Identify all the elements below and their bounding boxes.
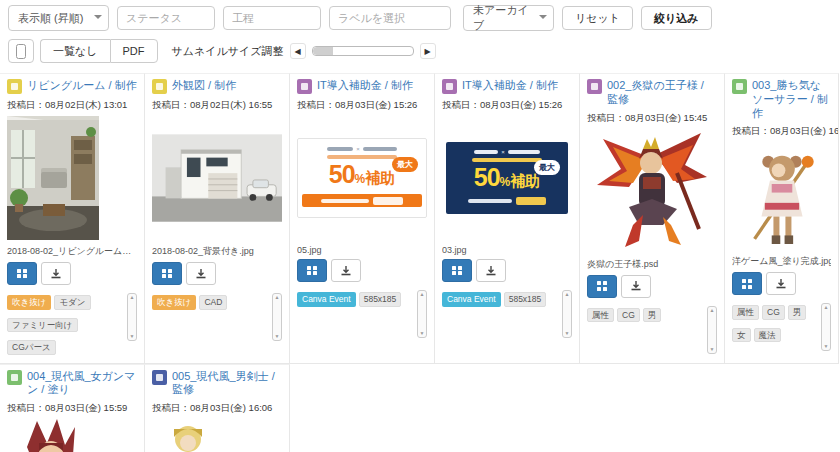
list-toggle-button[interactable]: 一覧なし [40, 39, 110, 63]
checkbox-inner [736, 83, 743, 90]
scroll-down-icon[interactable]: ▼ [130, 333, 135, 340]
tag[interactable]: CG [762, 305, 785, 320]
tag[interactable]: 吹き抜け [7, 295, 51, 310]
card-checkbox[interactable] [7, 79, 22, 94]
download-button[interactable] [331, 259, 361, 282]
asset-card-banner-light: IT導入補助金 / 制作 投稿日：08月03日(金) 15:26 × 50%補助… [290, 73, 435, 364]
label-select-input[interactable] [329, 6, 451, 30]
tags-scrollbar[interactable]: ▲▼ [707, 306, 717, 354]
card-thumbnail[interactable] [152, 417, 282, 452]
checkbox-inner [591, 83, 598, 90]
scroll-up-icon[interactable]: ▲ [710, 307, 715, 314]
archive-filter-select[interactable]: 未アーカイブ [463, 5, 554, 31]
card-checkbox[interactable] [732, 79, 747, 94]
download-button[interactable] [41, 262, 71, 285]
checkbox-inner [301, 83, 308, 90]
download-button[interactable] [766, 272, 796, 295]
download-button[interactable] [476, 259, 506, 282]
card-title-link[interactable]: 004_現代風_女ガンマン / 塗り [27, 370, 137, 398]
grid-view-button[interactable] [732, 272, 762, 295]
checkbox-inner [11, 374, 18, 381]
card-filename: 2018-08-02_背景付き.jpg [152, 245, 282, 258]
card-thumbnail[interactable] [587, 127, 717, 255]
download-button[interactable] [186, 262, 216, 285]
tag[interactable]: 属性 [587, 308, 614, 323]
tag[interactable]: 属性 [732, 305, 759, 320]
card-thumbnail[interactable] [7, 417, 137, 452]
tag[interactable]: CGパース [7, 340, 56, 355]
asset-card-exterior: 外観図 / 制作 投稿日：08月02日(木) 16:55 [145, 73, 290, 364]
tag[interactable]: CG [617, 308, 640, 323]
tag[interactable]: 男 [788, 305, 807, 320]
grid-view-button[interactable] [152, 262, 182, 285]
tag[interactable]: 585x185 [504, 292, 547, 307]
tag[interactable]: CAD [199, 295, 227, 310]
card-checkbox[interactable] [587, 79, 602, 94]
filter-toolbar: 表示順 (昇順) 未アーカイブ リセット 絞り込み [0, 0, 840, 31]
card-title-link[interactable]: IT導入補助金 / 制作 [462, 79, 558, 93]
scroll-down-icon[interactable]: ▼ [565, 330, 570, 337]
download-button[interactable] [621, 275, 651, 298]
card-title-link[interactable]: リビングルーム / 制作 [27, 79, 137, 93]
card-checkbox[interactable] [152, 370, 167, 385]
grid-view-button[interactable] [442, 259, 472, 282]
card-title-link[interactable]: 005_現代風_男剣士 / 監修 [172, 370, 282, 398]
scroll-up-icon[interactable]: ▲ [275, 294, 280, 301]
scroll-up-icon[interactable]: ▲ [824, 304, 829, 311]
card-thumbnail[interactable]: × 50%補助 最大 [297, 114, 427, 242]
sort-order-select[interactable]: 表示順 (昇順) [8, 5, 109, 31]
tag[interactable]: Canva Event [442, 292, 501, 307]
tag[interactable]: ファミリー向け [7, 318, 78, 333]
card-title-link[interactable]: 003_勝ち気なソーサラー / 制作 [752, 79, 831, 120]
slider-decrease-button[interactable]: ◀ [290, 43, 306, 59]
card-checkbox[interactable] [442, 79, 457, 94]
scroll-up-icon[interactable]: ▲ [130, 294, 135, 301]
scroll-up-icon[interactable]: ▲ [565, 291, 570, 298]
card-checkbox[interactable] [152, 79, 167, 94]
gunwoman-illustration [7, 417, 93, 452]
download-icon [485, 265, 497, 277]
process-input[interactable] [223, 6, 321, 30]
tags-scrollbar[interactable]: ▲▼ [821, 303, 831, 351]
grid-view-button[interactable] [7, 262, 37, 285]
mobile-view-button[interactable] [8, 39, 34, 63]
tags-scrollbar[interactable]: ▲▼ [272, 293, 282, 341]
tag[interactable]: 男 [643, 308, 662, 323]
banner-logo-bar [363, 147, 397, 151]
grid-view-button[interactable] [297, 259, 327, 282]
tag[interactable]: 魔法 [754, 328, 781, 343]
card-checkbox[interactable] [297, 79, 312, 94]
tag[interactable]: Canva Event [297, 292, 356, 307]
card-title-link[interactable]: IT導入補助金 / 制作 [317, 79, 413, 93]
card-checkbox[interactable] [7, 370, 22, 385]
asset-card-gunwoman: 004_現代風_女ガンマン / 塗り 投稿日：08月03日(金) 15:59 [0, 364, 145, 452]
tags-scrollbar[interactable]: ▲▼ [562, 290, 572, 338]
slider-increase-button[interactable]: ▶ [420, 43, 436, 59]
scroll-up-icon[interactable]: ▲ [420, 291, 425, 298]
tag[interactable]: 585x185 [359, 292, 402, 307]
tags-scrollbar[interactable]: ▲▼ [127, 293, 137, 341]
grid-view-button[interactable] [587, 275, 617, 298]
thumbnail-size-slider[interactable] [312, 46, 414, 56]
tags-scrollbar[interactable]: ▲▼ [417, 290, 427, 338]
scroll-down-icon[interactable]: ▼ [420, 330, 425, 337]
reset-button[interactable]: リセット [562, 6, 633, 30]
tag[interactable]: モダン [54, 295, 90, 310]
checkbox-inner [446, 83, 453, 90]
scroll-down-icon[interactable]: ▼ [710, 346, 715, 353]
tag[interactable]: 女 [732, 328, 751, 343]
scroll-down-icon[interactable]: ▼ [275, 333, 280, 340]
card-thumbnail[interactable] [152, 114, 282, 242]
filter-button[interactable]: 絞り込み [641, 6, 712, 30]
status-input[interactable] [117, 6, 215, 30]
card-thumbnail[interactable] [7, 114, 137, 242]
card-title-link[interactable]: 外観図 / 制作 [172, 79, 236, 93]
asset-card-grid: リビングルーム / 制作 投稿日：08月02日(木) 13:01 [0, 73, 840, 452]
card-thumbnail[interactable]: × 50%補助 最大 [442, 114, 572, 242]
card-thumbnail[interactable] [732, 140, 831, 252]
card-title-link[interactable]: 002_炎獄の王子様 / 監修 [607, 79, 717, 107]
slider-handle[interactable] [313, 47, 333, 55]
pdf-button[interactable]: PDF [110, 39, 158, 63]
scroll-down-icon[interactable]: ▼ [824, 343, 829, 350]
tag[interactable]: 吹き抜け [152, 295, 196, 310]
